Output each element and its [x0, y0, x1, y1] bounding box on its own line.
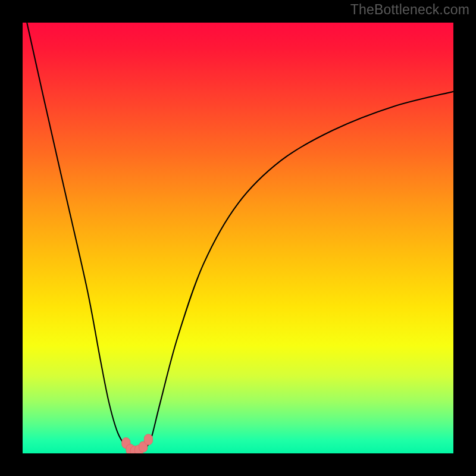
chart-frame: TheBottleneck.com — [0, 0, 476, 476]
gradient-background — [23, 23, 453, 453]
plot-area — [23, 23, 453, 453]
watermark-text: TheBottleneck.com — [350, 2, 469, 18]
